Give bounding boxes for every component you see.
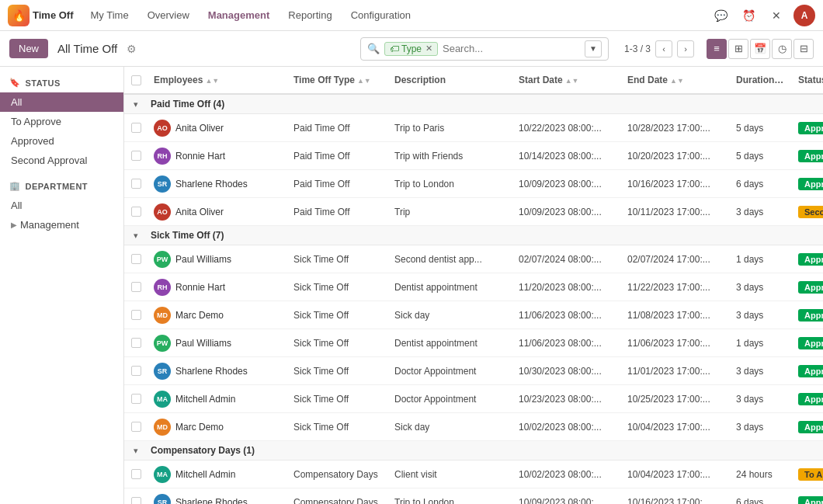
table-header: Employees▲▼ Time Off Type▲▼ Description … — [124, 67, 823, 95]
clock-icon[interactable]: ⏰ — [738, 5, 759, 26]
table-row[interactable]: PW Paul Williams Sick Time Off Dentist a… — [124, 329, 823, 357]
row-checkbox-cell[interactable] — [124, 363, 148, 379]
table-row[interactable]: AO Anita Oliver Paid Time Off Trip 10/09… — [124, 198, 823, 226]
status-badge: Second Approval — [798, 206, 823, 218]
table-row[interactable]: PW Paul Williams Sick Time Off Second de… — [124, 245, 823, 273]
header-employees[interactable]: Employees▲▼ — [148, 71, 287, 89]
header-checkbox-cell[interactable] — [124, 72, 148, 89]
table-row[interactable]: RH Ronnie Hart Paid Time Off Trip with F… — [124, 142, 823, 170]
nav-overview[interactable]: Overview — [140, 6, 197, 24]
group-toggle-2[interactable]: ▾ — [124, 446, 148, 456]
row-start-date: 10/09/2023 08:00:... — [512, 203, 621, 221]
row-checkbox-cell[interactable] — [124, 419, 148, 435]
row-checkbox-cell[interactable] — [124, 494, 148, 504]
header-duration[interactable]: Duration▲▼ — [730, 71, 792, 89]
row-description: Doctor Appointment — [388, 391, 512, 408]
group-toggle-0[interactable]: ▾ — [124, 99, 148, 109]
row-checkbox[interactable] — [131, 366, 141, 376]
header-status[interactable]: Status▲▼ — [792, 71, 823, 89]
header-time-off-type[interactable]: Time Off Type▲▼ — [287, 71, 388, 89]
sidebar-item-dept-management[interactable]: ▶ Management — [0, 215, 123, 235]
row-checkbox[interactable] — [131, 123, 141, 133]
row-checkbox-cell[interactable] — [124, 307, 148, 323]
row-employee: PW Paul Williams — [148, 248, 287, 271]
sidebar-item-dept-all[interactable]: All — [0, 196, 123, 215]
row-status: Approved — [792, 250, 823, 269]
row-checkbox-cell[interactable] — [124, 203, 148, 220]
dept-section-title: 🏢 DEPARTMENT — [0, 176, 123, 196]
table-row[interactable]: SR Sharlene Rhodes Paid Time Off Trip to… — [124, 170, 823, 198]
search-bar: 🔍 🏷 Type ✕ ▼ — [360, 37, 609, 61]
row-checkbox[interactable] — [131, 151, 141, 161]
row-checkbox-cell[interactable] — [124, 391, 148, 407]
new-button[interactable]: New — [9, 39, 48, 58]
row-checkbox[interactable] — [131, 469, 141, 479]
group-row-2[interactable]: ▾ Compensatory Days (1) — [124, 441, 823, 461]
row-checkbox-cell[interactable] — [124, 120, 148, 136]
table-row[interactable]: RH Ronnie Hart Sick Time Off Dentist app… — [124, 273, 823, 301]
row-checkbox[interactable] — [131, 422, 141, 432]
row-checkbox-cell[interactable] — [124, 466, 148, 482]
row-checkbox[interactable] — [131, 179, 141, 189]
search-dropdown-button[interactable]: ▼ — [585, 40, 602, 57]
search-type-filter-remove[interactable]: ✕ — [425, 43, 432, 54]
settings-gear-icon[interactable]: ⚙ — [127, 43, 137, 55]
header-end-date[interactable]: End Date▲▼ — [621, 71, 730, 89]
employee-name: Ronnie Hart — [175, 282, 225, 293]
group-row-0[interactable]: ▾ Paid Time Off (4) — [124, 95, 823, 114]
calendar-view-button[interactable]: 📅 — [750, 39, 770, 59]
table-row[interactable]: SR Sharlene Rhodes Compensatory Days Tri… — [124, 488, 823, 504]
chat-icon[interactable]: 💬 — [710, 5, 731, 26]
row-checkbox[interactable] — [131, 497, 141, 504]
grid-view-button[interactable]: ⊟ — [793, 39, 814, 59]
close-icon[interactable]: ✕ — [766, 5, 787, 26]
sidebar-item-all[interactable]: All — [0, 92, 123, 112]
table-row[interactable]: MD Marc Demo Sick Time Off Sick day 10/0… — [124, 413, 823, 441]
kanban-view-button[interactable]: ⊞ — [728, 39, 748, 59]
activity-view-button[interactable]: ◷ — [772, 39, 792, 59]
row-end-date: 11/22/2023 17:00:... — [621, 279, 730, 296]
table-row[interactable]: SR Sharlene Rhodes Sick Time Off Doctor … — [124, 357, 823, 385]
row-duration: 3 days — [730, 419, 792, 436]
row-employee: PW Paul Williams — [148, 332, 287, 355]
list-view-button[interactable]: ≡ — [707, 39, 727, 59]
header-start-date[interactable]: Start Date▲▼ — [512, 71, 621, 89]
user-avatar[interactable]: A — [793, 5, 815, 26]
table-row[interactable]: MD Marc Demo Sick Time Off Sick day 11/0… — [124, 301, 823, 329]
sidebar-item-approved[interactable]: Approved — [0, 131, 123, 151]
row-start-date: 11/06/2023 08:00:... — [512, 335, 621, 352]
pagination-next[interactable]: › — [677, 40, 694, 57]
table-row[interactable]: AO Anita Oliver Paid Time Off Trip to Pa… — [124, 114, 823, 142]
nav-management[interactable]: Management — [200, 6, 277, 24]
search-type-filter-label: Type — [401, 43, 422, 54]
nav-reporting[interactable]: Reporting — [280, 6, 339, 24]
table-row[interactable]: MA Mitchell Admin Sick Time Off Doctor A… — [124, 385, 823, 413]
row-checkbox-cell[interactable] — [124, 335, 148, 351]
pagination-prev[interactable]: ‹ — [655, 40, 672, 57]
row-duration: 24 hours — [730, 466, 792, 483]
row-checkbox-cell[interactable] — [124, 176, 148, 192]
row-end-date: 10/20/2023 17:00:... — [621, 148, 730, 165]
sidebar-item-second-approval[interactable]: Second Approval — [0, 151, 123, 170]
app-logo[interactable]: 🔥 Time Off — [8, 5, 74, 26]
row-checkbox[interactable] — [131, 310, 141, 320]
row-checkbox-cell[interactable] — [124, 279, 148, 295]
nav-my-time[interactable]: My Time — [83, 6, 137, 24]
row-time-off-type: Sick Time Off — [287, 419, 388, 436]
nav-configuration[interactable]: Configuration — [343, 6, 418, 24]
row-checkbox-cell[interactable] — [124, 148, 148, 164]
group-row-1[interactable]: ▾ Sick Time Off (7) — [124, 226, 823, 245]
row-checkbox-cell[interactable] — [124, 251, 148, 267]
group-toggle-1[interactable]: ▾ — [124, 231, 148, 241]
row-checkbox[interactable] — [131, 338, 141, 348]
row-description: Trip to London — [388, 494, 512, 505]
search-input[interactable] — [443, 43, 580, 54]
table-row[interactable]: MA Mitchell Admin Compensatory Days Clie… — [124, 461, 823, 488]
row-checkbox[interactable] — [131, 282, 141, 292]
row-description: Second dentist app... — [388, 251, 512, 268]
row-checkbox[interactable] — [131, 207, 141, 217]
row-checkbox[interactable] — [131, 394, 141, 404]
row-checkbox[interactable] — [131, 254, 141, 264]
sidebar-item-to-approve[interactable]: To Approve — [0, 112, 123, 131]
select-all-checkbox[interactable] — [131, 75, 141, 85]
